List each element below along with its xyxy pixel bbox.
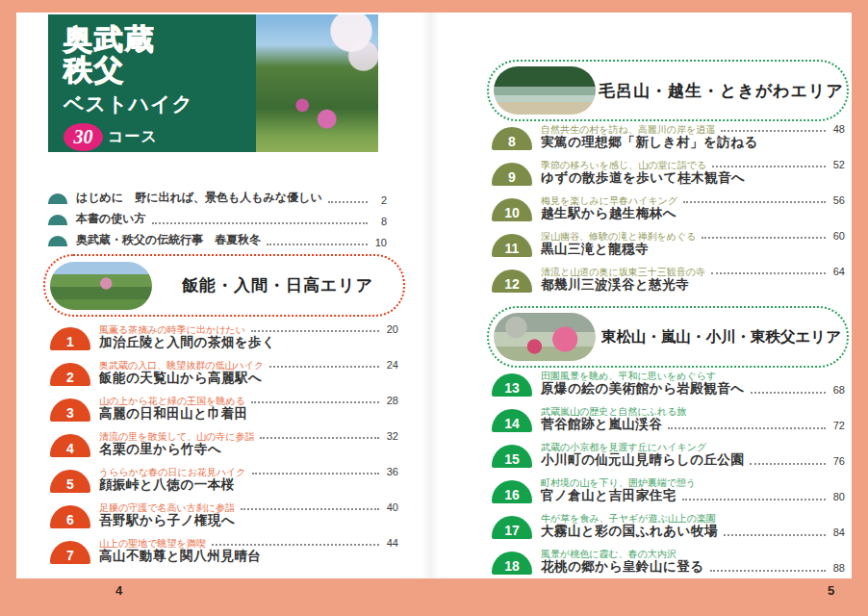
course-title: 都幾川三波渓谷と慈光寺 xyxy=(541,276,689,294)
course-page-number: 44 xyxy=(383,537,398,549)
course-row: 9 季節の移ろいを感じ、山の堂に詣でる52 ゆずの散歩道を歩いて桂木観音へ xyxy=(492,158,845,189)
course-number-badge: 7 xyxy=(50,541,90,564)
intro-label: 本書の使い方 xyxy=(76,211,146,227)
cover-photo-cherry-garden xyxy=(256,14,378,152)
course-title: 大霧山と彩の国ふれあい牧場 xyxy=(541,523,718,540)
course-row: 3 山の上から花と緑の王国を眺める28 高麗の日和田山と巾着田 xyxy=(50,394,398,424)
course-list-section2: 8 自然共生の村を訪ね、高麗川の岸を逍遥48 実篤の理想郷「新しき村」を訪ねる … xyxy=(492,122,845,300)
book-title-line2: 秩父 xyxy=(64,55,193,86)
course-title: 名栗の里から竹寺へ xyxy=(99,441,221,458)
intro-item: 本書の使い方 8 xyxy=(48,208,387,229)
section-header-hanno-iruma-hidaka: 飯能・入間・日高エリア xyxy=(43,254,405,317)
course-title: 顔振峠と八徳の一本桜 xyxy=(99,476,235,494)
dot-leader xyxy=(750,463,826,465)
dot-leader xyxy=(328,201,368,203)
intro-label: 奥武蔵・秩父の伝統行事 春夏秋冬 xyxy=(76,232,261,248)
course-number-badge: 16 xyxy=(492,480,532,503)
course-number-badge: 11 xyxy=(492,234,532,257)
course-row: 13 田園風景を眺め、平和に思いをめぐらす 原爆の絵の美術館から岩殿観音へ68 xyxy=(492,369,845,399)
course-title: ゆずの散歩道を歩いて桂木観音へ xyxy=(541,169,745,187)
dot-leader xyxy=(252,473,379,475)
course-row: 2 奥武蔵の入口、眺望抜群の低山ハイク24 飯能の天覧山から高麗駅へ xyxy=(50,358,398,389)
course-title: 越生駅から越生梅林へ xyxy=(541,205,677,222)
book-subtitle: ベストハイク xyxy=(64,90,193,117)
dot-leader xyxy=(269,366,379,368)
course-title: 官ノ倉山と吉田家住宅 xyxy=(541,487,677,504)
course-count-suffix: コース xyxy=(108,127,158,147)
intro-label: はじめに 野に出れば、景色も人もみな優しい xyxy=(76,190,322,206)
right-page-number: 5 xyxy=(828,583,834,598)
dome-bullet-icon xyxy=(48,193,67,204)
course-page-number: 80 xyxy=(830,491,845,502)
intro-list: はじめに 野に出れば、景色も人もみな優しい 2 本書の使い方 8 奥武蔵・秩父の… xyxy=(48,187,387,250)
course-title: 実篤の理想郷「新しき村」を訪ねる xyxy=(541,134,758,151)
course-number-badge: 3 xyxy=(50,398,90,422)
course-number-badge: 5 xyxy=(50,470,90,493)
dot-leader xyxy=(751,392,826,394)
dome-bullet-icon xyxy=(48,215,67,225)
course-page-number: 68 xyxy=(830,384,845,396)
course-row: 11 深山幽谷、修験の滝と禅刹をめぐる60 黒山三滝と龍穏寺 xyxy=(492,229,845,260)
course-page-number: 36 xyxy=(383,466,398,477)
course-title: 飯能の天覧山から高麗駅へ xyxy=(99,370,262,387)
course-number-badge: 15 xyxy=(492,445,532,468)
course-number-badge: 18 xyxy=(492,552,532,575)
course-count-badge: 30 xyxy=(64,123,103,151)
course-page-number: 84 xyxy=(830,526,845,538)
course-row: 4 清流の里を散策して、山の寺に参詣32 名栗の里から竹寺へ xyxy=(50,429,398,460)
course-row: 18 風景が桃色に霞む、春の大内沢 花桃の郷から皇鈴山に登る88 xyxy=(492,547,845,578)
dot-leader xyxy=(702,237,826,239)
course-title: 原爆の絵の美術館から岩殿観音へ xyxy=(541,380,745,398)
dot-leader xyxy=(724,534,826,536)
course-page-number: 52 xyxy=(830,159,845,170)
course-row: 8 自然共生の村を訪ね、高麗川の岸を逍遥48 実篤の理想郷「新しき村」を訪ねる xyxy=(492,122,845,153)
left-page-number: 4 xyxy=(115,583,122,598)
course-number-badge: 4 xyxy=(50,434,90,457)
course-page-number: 76 xyxy=(830,455,845,467)
dot-leader xyxy=(683,201,826,203)
section-title: 東松山・嵐山・小川・東秩父エリア xyxy=(596,327,847,347)
intro-page-number: 2 xyxy=(371,194,387,206)
course-page-number: 72 xyxy=(830,420,845,431)
course-title: 黒山三滝と龍穏寺 xyxy=(541,241,649,258)
dot-leader xyxy=(241,508,379,510)
course-row: 12 清流と山道の奥に坂東三十三観音の寺64 都幾川三波渓谷と慈光寺 xyxy=(492,265,845,295)
dot-leader xyxy=(260,437,379,439)
course-page-number: 20 xyxy=(383,323,398,335)
course-title: 小川町の仙元山見晴らしの丘公園 xyxy=(541,451,744,469)
course-number-badge: 8 xyxy=(492,127,532,150)
section-title: 飯能・入間・日高エリア xyxy=(152,274,403,296)
course-list-section1: 1 風薫る茶摘みの時季に出かけたい20 加治丘陵と入間の茶畑を歩く 2 奥武蔵の… xyxy=(50,322,398,572)
book-title-line1: 奥武蔵 xyxy=(64,24,193,55)
intro-item: 奥武蔵・秩父の伝統行事 春夏秋冬 10 xyxy=(48,229,387,250)
section-title: 毛呂山・越生・ときがわエリア xyxy=(596,80,847,102)
dot-leader xyxy=(668,427,826,429)
course-title: 花桃の郷から皇鈴山に登る xyxy=(541,558,704,576)
course-title: 菅谷館跡と嵐山渓谷 xyxy=(541,416,662,433)
course-row: 14 武蔵嵐山の歴史と自然にふれる旅 菅谷館跡と嵐山渓谷72 xyxy=(492,404,845,435)
course-page-number: 48 xyxy=(830,123,845,135)
book-title-block: 奥武蔵 秩父 ベストハイク 30 コース xyxy=(48,14,378,152)
course-number-badge: 6 xyxy=(50,505,90,528)
course-row: 6 足腰の守護で名高い古刹に参詣40 吾野駅から子ノ権現へ xyxy=(50,500,398,531)
page-gutter xyxy=(421,13,439,578)
course-page-number: 32 xyxy=(383,430,398,442)
course-list-section3: 13 田園風景を眺め、平和に思いをめぐらす 原爆の絵の美術館から岩殿観音へ68 … xyxy=(492,369,845,582)
course-title: 高山不動尊と関八州見晴台 xyxy=(99,548,261,565)
section-photo-river xyxy=(494,66,596,115)
dot-leader xyxy=(152,222,368,224)
course-page-number: 40 xyxy=(383,501,398,513)
intro-item: はじめに 野に出れば、景色も人もみな優しい 2 xyxy=(48,187,387,208)
course-page-number: 88 xyxy=(830,562,845,574)
course-title: 吾野駅から子ノ権現へ xyxy=(99,512,235,529)
course-number-badge: 13 xyxy=(492,373,532,397)
course-row: 1 風薫る茶摘みの時季に出かけたい20 加治丘陵と入間の茶畑を歩く xyxy=(50,322,398,353)
course-number-badge: 1 xyxy=(50,327,90,350)
course-row: 10 梅見を楽しみに早春ハイキング56 越生駅から越生梅林へ xyxy=(492,193,845,224)
dot-leader xyxy=(710,570,826,572)
section-photo-hills xyxy=(50,262,152,310)
course-number-badge: 12 xyxy=(492,270,532,293)
intro-page-number: 8 xyxy=(371,216,387,227)
course-number-badge: 10 xyxy=(492,198,532,221)
course-page-number: 60 xyxy=(830,230,845,242)
